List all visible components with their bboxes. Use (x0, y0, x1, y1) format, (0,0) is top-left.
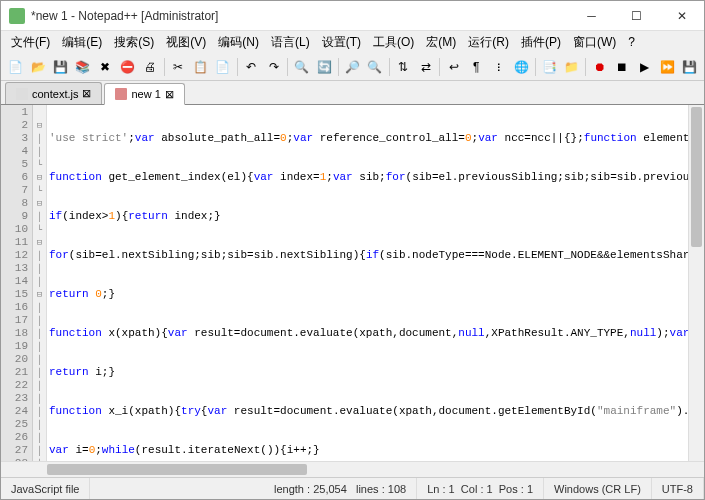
menu-tools[interactable]: 工具(O) (367, 32, 420, 53)
play-macro-icon[interactable]: ▶ (634, 56, 655, 78)
record-macro-icon[interactable]: ⏺ (589, 56, 610, 78)
lang-icon[interactable]: 🌐 (510, 56, 531, 78)
new-file-icon[interactable]: 📄 (5, 56, 26, 78)
tab-label: context.js (32, 88, 78, 100)
replace-icon[interactable]: 🔄 (314, 56, 335, 78)
title-bar: *new 1 - Notepad++ [Administrator] ─ ☐ ✕ (1, 1, 704, 31)
folder-icon[interactable]: 📁 (561, 56, 582, 78)
file-icon (16, 88, 28, 100)
menu-help[interactable]: ? (622, 33, 641, 51)
minimize-button[interactable]: ─ (569, 1, 614, 31)
menu-run[interactable]: 运行(R) (462, 32, 515, 53)
code-line: function x_i(xpath){try{var result=docum… (49, 405, 702, 418)
cut-icon[interactable]: ✂ (167, 56, 188, 78)
separator (389, 58, 390, 76)
tab-new-1[interactable]: new 1 ⊠ (104, 83, 184, 105)
save-icon[interactable]: 💾 (50, 56, 71, 78)
code-line: var i=0;while(result.iterateNext()){i++;… (49, 444, 702, 457)
func-list-icon[interactable]: 📑 (539, 56, 560, 78)
horizontal-scrollbar[interactable] (1, 461, 704, 477)
status-position: Ln : 1 Col : 1 Pos : 1 (417, 478, 544, 499)
save-all-icon[interactable]: 📚 (72, 56, 93, 78)
undo-icon[interactable]: ↶ (241, 56, 262, 78)
window-controls: ─ ☐ ✕ (569, 1, 704, 31)
menu-encoding[interactable]: 编码(N) (212, 32, 265, 53)
copy-icon[interactable]: 📋 (190, 56, 211, 78)
sync-h-icon[interactable]: ⇄ (415, 56, 436, 78)
tab-close-icon[interactable]: ⊠ (82, 87, 91, 100)
menu-file[interactable]: 文件(F) (5, 32, 56, 53)
save-macro-icon[interactable]: 💾 (679, 56, 700, 78)
line-number-gutter: 12345 678910 1112131415 1617181920 21222… (1, 105, 33, 461)
code-line: function get_element_index(el){var index… (49, 171, 702, 184)
vertical-scrollbar[interactable] (688, 105, 704, 461)
menu-view[interactable]: 视图(V) (160, 32, 212, 53)
app-icon (9, 8, 25, 24)
maximize-button[interactable]: ☐ (614, 1, 659, 31)
zoom-out-icon[interactable]: 🔍 (364, 56, 385, 78)
menu-language[interactable]: 语言(L) (265, 32, 316, 53)
zoom-in-icon[interactable]: 🔎 (342, 56, 363, 78)
status-encoding[interactable]: UTF-8 (652, 478, 704, 499)
editor[interactable]: 12345 678910 1112131415 1617181920 21222… (1, 105, 704, 461)
code-content[interactable]: 'use strict';var absolute_path_all=0;var… (47, 105, 704, 461)
separator (338, 58, 339, 76)
indent-guide-icon[interactable]: ⫶ (488, 56, 509, 78)
sync-v-icon[interactable]: ⇅ (393, 56, 414, 78)
status-bar: JavaScript file length : 25,054 lines : … (1, 477, 704, 499)
code-line: return 0;} (49, 288, 702, 301)
close-button[interactable]: ✕ (659, 1, 704, 31)
menu-search[interactable]: 搜索(S) (108, 32, 160, 53)
wordwrap-icon[interactable]: ↩ (443, 56, 464, 78)
fold-column[interactable]: ⊟││└ ⊟└⊟│└ ⊟│││⊟ │││││ │││││ │││⊟└ ⊟││││… (33, 105, 47, 461)
code-line: for(sib=el.nextSibling;sib;sib=sib.nextS… (49, 249, 702, 262)
file-icon (115, 88, 127, 100)
paste-icon[interactable]: 📄 (212, 56, 233, 78)
redo-icon[interactable]: ↷ (263, 56, 284, 78)
separator (439, 58, 440, 76)
tab-label: new 1 (131, 88, 160, 100)
window-title: *new 1 - Notepad++ [Administrator] (31, 9, 569, 23)
separator (164, 58, 165, 76)
code-line: function x(xpath){var result=document.ev… (49, 327, 702, 340)
code-line: 'use strict';var absolute_path_all=0;var… (49, 132, 702, 145)
close-file-icon[interactable]: ✖ (94, 56, 115, 78)
stop-macro-icon[interactable]: ⏹ (612, 56, 633, 78)
menu-plugins[interactable]: 插件(P) (515, 32, 567, 53)
separator (585, 58, 586, 76)
menu-bar: 文件(F) 编辑(E) 搜索(S) 视图(V) 编码(N) 语言(L) 设置(T… (1, 31, 704, 53)
separator (237, 58, 238, 76)
separator (287, 58, 288, 76)
menu-window[interactable]: 窗口(W) (567, 32, 622, 53)
status-eol[interactable]: Windows (CR LF) (544, 478, 652, 499)
toolbar: 📄 📂 💾 📚 ✖ ⛔ 🖨 ✂ 📋 📄 ↶ ↷ 🔍 🔄 🔎 🔍 ⇅ ⇄ ↩ ¶ … (1, 53, 704, 81)
scrollbar-thumb[interactable] (691, 107, 702, 247)
status-length: length : 25,054 lines : 108 (264, 478, 417, 499)
play-multi-icon[interactable]: ⏩ (656, 56, 677, 78)
separator (535, 58, 536, 76)
tab-close-icon[interactable]: ⊠ (165, 88, 174, 101)
tab-bar: context.js ⊠ new 1 ⊠ (1, 81, 704, 105)
menu-edit[interactable]: 编辑(E) (56, 32, 108, 53)
tab-context-js[interactable]: context.js ⊠ (5, 82, 102, 104)
menu-macro[interactable]: 宏(M) (420, 32, 462, 53)
show-chars-icon[interactable]: ¶ (466, 56, 487, 78)
code-line: if(index>1){return index;} (49, 210, 702, 223)
scrollbar-thumb[interactable] (47, 464, 307, 475)
open-file-icon[interactable]: 📂 (27, 56, 48, 78)
code-line: return i;} (49, 366, 702, 379)
status-filetype: JavaScript file (1, 478, 90, 499)
menu-settings[interactable]: 设置(T) (316, 32, 367, 53)
close-all-icon[interactable]: ⛔ (117, 56, 138, 78)
print-icon[interactable]: 🖨 (139, 56, 160, 78)
find-icon[interactable]: 🔍 (291, 56, 312, 78)
